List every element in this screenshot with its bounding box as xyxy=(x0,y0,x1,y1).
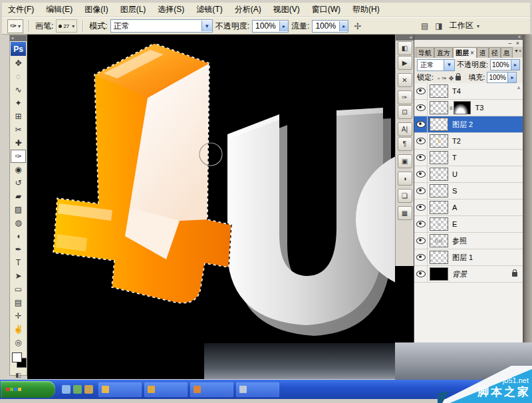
flow-input[interactable]: 100% ▸ xyxy=(312,20,348,33)
lasso-tool[interactable]: ∿ xyxy=(10,83,27,96)
slider-arrow-icon[interactable]: ▸ xyxy=(511,60,519,70)
quick-launch-icon[interactable] xyxy=(84,385,93,394)
quick-launch-icon[interactable] xyxy=(73,385,82,394)
visibility-cell[interactable] xyxy=(414,233,428,249)
collapse-toolbox-icon[interactable]: » xyxy=(10,35,27,41)
healing-brush-tool[interactable]: ✚ xyxy=(10,136,27,150)
lock-all-icon[interactable] xyxy=(456,76,461,80)
panel-icon-clone-source[interactable]: ⊡ xyxy=(398,105,412,119)
layer-thumbnail[interactable]: s xyxy=(430,184,448,198)
layer-row[interactable]: 图层 2 xyxy=(414,116,523,133)
layer-thumbnail[interactable] xyxy=(430,267,448,281)
visibility-cell[interactable] xyxy=(414,150,428,166)
gradient-tool[interactable]: ▨ xyxy=(10,203,27,216)
layer-thumbnail[interactable] xyxy=(430,251,448,264)
layer-row[interactable]: tux参照 xyxy=(414,233,523,249)
eye-icon[interactable] xyxy=(416,88,426,94)
pen-tool[interactable]: ✒ xyxy=(10,243,27,256)
layer-fill-input[interactable]: 100% ▸ xyxy=(487,72,517,83)
toggle-palettes-icon[interactable]: ▤ xyxy=(421,21,428,31)
lock-paint-icon[interactable]: ✑ xyxy=(442,75,447,82)
quick-selection-tool[interactable]: ✦ xyxy=(10,96,27,110)
eye-icon[interactable] xyxy=(416,171,426,178)
panel-icon-paragraph[interactable]: ¶ xyxy=(398,137,412,151)
current-tool-button[interactable]: ✑ ▾ xyxy=(7,19,23,33)
menu-item[interactable]: 文件(F) xyxy=(2,3,40,17)
eye-icon[interactable] xyxy=(416,221,426,227)
layer-row[interactable]: eE xyxy=(414,216,523,233)
layer-thumbnail[interactable] xyxy=(430,84,448,98)
document-canvas[interactable] xyxy=(27,35,395,379)
ps-logo[interactable]: Ps xyxy=(11,42,26,56)
visibility-cell[interactable] xyxy=(414,216,428,232)
panel-icon-tool-presets[interactable]: ✕ xyxy=(398,73,412,87)
layer-opacity-input[interactable]: 100% ▸ xyxy=(490,59,520,70)
opacity-input[interactable]: 100% ▸ xyxy=(252,20,289,33)
blur-tool[interactable]: ◍ xyxy=(10,216,27,229)
layer-row[interactable]: 背景 xyxy=(414,266,523,283)
eye-icon[interactable] xyxy=(416,188,426,194)
visibility-cell[interactable] xyxy=(414,266,428,282)
taskbar-button[interactable] xyxy=(144,382,188,397)
menu-item[interactable]: 分析(A) xyxy=(229,3,267,17)
panel-icon-history[interactable]: ◧ xyxy=(398,41,412,55)
layer-thumbnail[interactable] xyxy=(430,101,448,114)
layer-row[interactable]: sS xyxy=(414,183,523,200)
history-brush-tool[interactable]: ↺ xyxy=(10,176,27,190)
taskbar-button[interactable] xyxy=(98,382,142,397)
brush-tool[interactable]: ✑ xyxy=(11,150,26,163)
panel-icon-info[interactable]: ▦ xyxy=(398,206,412,220)
layer-thumbnail[interactable]: e xyxy=(430,217,448,231)
layer-thumbnail[interactable]: t xyxy=(430,134,448,148)
slider-arrow-icon[interactable]: ▸ xyxy=(507,72,516,82)
menu-item[interactable]: 图层(L) xyxy=(114,3,152,17)
foreground-color-swatch[interactable] xyxy=(12,352,22,362)
clone-stamp-tool[interactable]: ◉ xyxy=(10,163,27,176)
close-icon[interactable]: × xyxy=(470,49,474,57)
layer-row[interactable]: T4 xyxy=(414,83,523,100)
eye-icon[interactable] xyxy=(416,204,426,211)
eye-icon[interactable] xyxy=(416,254,426,261)
panel-menu-icon[interactable]: ▼≡ xyxy=(514,49,521,53)
slider-arrow-icon[interactable]: ▸ xyxy=(339,21,348,31)
panel-icon-swatches[interactable]: ◑ xyxy=(398,172,412,186)
panel-icon-actions[interactable]: ▶ xyxy=(398,56,412,70)
eye-icon[interactable] xyxy=(416,154,426,161)
visibility-cell[interactable] xyxy=(414,249,428,265)
menu-item[interactable]: 窗口(W) xyxy=(306,3,346,17)
hand-tool[interactable]: ✌ xyxy=(10,323,27,336)
close-icon[interactable]: × xyxy=(516,40,521,47)
visibility-cell[interactable] xyxy=(414,183,428,199)
panel-icon-character[interactable]: A| xyxy=(398,122,412,136)
quick-launch-icon[interactable] xyxy=(62,385,70,394)
brush-preset-picker[interactable]: 27 ▾ xyxy=(56,19,77,33)
menu-item[interactable]: 帮助(H) xyxy=(346,3,386,17)
collapse-panel-icon[interactable]: » xyxy=(414,35,523,40)
eye-icon[interactable] xyxy=(416,138,426,144)
tab-导航[interactable]: 导航 xyxy=(416,47,434,58)
expand-dock-icon[interactable]: « xyxy=(396,35,414,41)
dodge-tool[interactable]: ◖ xyxy=(10,229,27,243)
scrollbar-up-icon[interactable]: ▲ xyxy=(516,84,521,90)
taskbar-button[interactable] xyxy=(190,382,233,397)
menu-item[interactable]: 选择(S) xyxy=(152,3,190,17)
layer-row[interactable]: tT xyxy=(414,150,523,166)
notes-tool[interactable]: ▤ xyxy=(10,296,27,309)
visibility-cell[interactable] xyxy=(414,116,428,132)
layer-mask-thumbnail[interactable] xyxy=(454,101,471,114)
layer-row[interactable]: 8T3 xyxy=(414,100,523,116)
tab-直方[interactable]: 直方 xyxy=(434,47,453,58)
start-button[interactable] xyxy=(1,381,55,398)
eye-icon[interactable] xyxy=(416,104,426,111)
lock-position-icon[interactable]: ✥ xyxy=(449,75,454,82)
eye-icon[interactable] xyxy=(416,271,426,277)
eye-icon[interactable] xyxy=(416,121,426,128)
panel-window-controls[interactable]: – × xyxy=(414,40,523,47)
layer-thumbnail[interactable]: tux xyxy=(430,234,448,247)
panel-icon-brushes[interactable]: ✑ xyxy=(398,90,412,104)
tab-息[interactable]: 息 xyxy=(501,47,513,58)
workspace-menu[interactable]: 工作区 ▾ xyxy=(450,20,479,31)
taskbar-button[interactable] xyxy=(236,382,279,397)
menu-item[interactable]: 滤镜(T) xyxy=(190,3,228,17)
menu-item[interactable]: 图像(I) xyxy=(78,3,114,17)
